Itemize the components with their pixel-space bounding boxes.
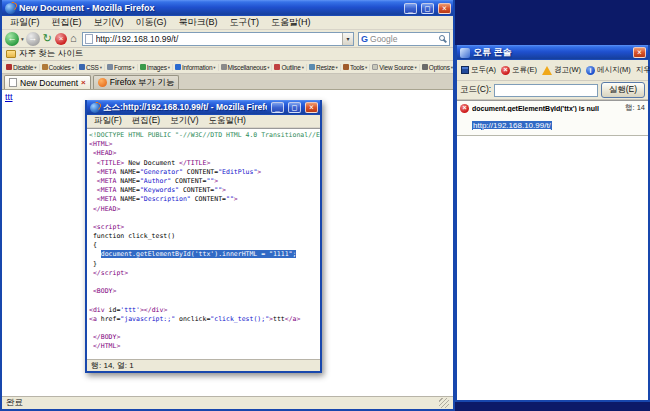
google-icon[interactable]: G (359, 34, 370, 44)
menu-bookmarks[interactable]: 북마크(B) (173, 16, 224, 29)
source-code-line: <script> (89, 223, 320, 232)
error-list: document.getElementById('ttx') is null 행… (457, 100, 648, 400)
maximize-button[interactable]: □ (288, 102, 301, 113)
webdev-label: View Source (379, 64, 413, 71)
webdev-images-menu[interactable]: Images▾ (138, 64, 173, 71)
close-button[interactable]: × (438, 3, 451, 14)
source-code-line (89, 278, 320, 287)
source-code-line: <a href="javascript:;" onclick="click_te… (89, 315, 320, 324)
webdev-view-source-menu[interactable]: View Source▾ (370, 64, 419, 71)
chevron-down-icon: ▾ (72, 65, 74, 70)
webdev-information-menu[interactable]: Information▾ (173, 64, 219, 71)
filter-errors-button[interactable]: 오류(E) (499, 63, 539, 77)
menu-edit[interactable]: 편집(E) (46, 16, 88, 29)
menu-edit[interactable]: 편집(E) (127, 115, 165, 127)
main-menubar: 파일(F) 편집(E) 보기(V) 이동(G) 북마크(B) 도구(T) 도움말… (2, 16, 453, 30)
filter-warnings-label: 경고(W) (554, 65, 581, 75)
maximize-button[interactable]: □ (421, 3, 434, 14)
webdev-outline-menu[interactable]: Outline▾ (272, 64, 306, 71)
forward-button[interactable]: → (26, 32, 40, 46)
search-magnifier-icon[interactable] (439, 35, 445, 41)
source-code-line (89, 296, 320, 305)
error-message: document.getElementById('ttx') is null (472, 105, 622, 112)
source-code-line: <div id='ttt'></div> (89, 306, 320, 315)
webdev-css-menu[interactable]: CSS▾ (77, 64, 105, 71)
webdev-label: Outline (281, 64, 300, 71)
chevron-down-icon: ▾ (100, 65, 102, 70)
source-code[interactable]: <!DOCTYPE HTML PUBLIC "-//W3C//DTD HTML … (87, 128, 320, 359)
bookmark-label: 자주 찾는 사이트 (19, 48, 83, 60)
menu-go[interactable]: 이동(G) (130, 16, 173, 29)
webdev-miscellaneous-menu[interactable]: Miscellaneous▾ (219, 64, 273, 71)
source-code-line: { (89, 241, 320, 250)
filter-warnings-button[interactable]: 경고(W) (540, 63, 583, 77)
chevron-down-icon: ▾ (302, 65, 304, 70)
source-menubar: 파일(F) 편집(E) 보기(V) 도움말(H) (87, 115, 320, 128)
menu-file[interactable]: 파일(F) (89, 115, 127, 127)
tab-new-document[interactable]: New Document × (4, 75, 91, 89)
close-button[interactable]: × (633, 47, 646, 58)
back-dropdown-icon[interactable]: ▾ (21, 36, 24, 42)
webdev-tools-menu[interactable]: Tools▾ (341, 64, 370, 71)
source-titlebar[interactable]: 소스:http://192.168.10.99/t/ - Mozilla Fir… (87, 100, 320, 115)
minimize-button[interactable]: _ (404, 3, 417, 14)
tab-label: New Document (20, 78, 78, 88)
back-button[interactable]: ← (5, 32, 19, 46)
webdev-label: Miscellaneous (228, 64, 267, 71)
console-code-row: 코드(C): 실행(E) (457, 81, 648, 100)
chevron-down-icon: ▾ (213, 65, 215, 70)
error-source-link[interactable]: http://192.168.10.99/t/ (472, 121, 552, 130)
minimize-button[interactable]: _ (271, 102, 284, 113)
webdev-resize-menu[interactable]: Resize▾ (307, 64, 341, 71)
evaluate-button[interactable]: 실행(E) (601, 82, 645, 98)
main-titlebar[interactable]: New Document - Mozilla Firefox _ □ × (2, 0, 453, 16)
source-code-line: </HTML> (89, 342, 320, 351)
chevron-down-icon: ▾ (168, 65, 170, 70)
webdev-label: CSS (86, 64, 99, 71)
url-input[interactable] (96, 33, 342, 45)
code-label: 코드(C): (460, 84, 491, 96)
search-input[interactable] (370, 34, 438, 44)
webdev-options-menu[interactable]: Options▾ (420, 64, 453, 71)
menu-file[interactable]: 파일(F) (4, 16, 46, 29)
source-code-line: </HEAD> (89, 205, 320, 214)
info-icon (586, 66, 595, 75)
source-code-line: <!DOCTYPE HTML PUBLIC "-//W3C//DTD HTML … (89, 131, 320, 140)
filter-messages-button[interactable]: 메시지(M) (584, 63, 633, 77)
clear-button[interactable]: 지우기(C) (634, 63, 650, 77)
home-button[interactable]: ⌂ (69, 33, 78, 44)
menu-view[interactable]: 보기(V) (88, 16, 130, 29)
menu-help[interactable]: 도움말(H) (265, 16, 317, 29)
tab-close-icon[interactable]: × (81, 79, 86, 87)
clear-label: 지우기(C) (636, 65, 650, 75)
status-text: 완료 (6, 397, 23, 409)
source-code-line: </BODY> (89, 333, 320, 342)
webdev-disable-menu[interactable]: Disable▾ (4, 64, 40, 71)
close-button[interactable]: × (305, 102, 318, 113)
tab-firefox-addons[interactable]: Firefox 부가 기능 (93, 75, 180, 89)
reload-button[interactable]: ↻ (42, 33, 53, 44)
menu-tools[interactable]: 도구(T) (224, 16, 266, 29)
menu-view[interactable]: 보기(V) (165, 115, 203, 127)
resize-grip[interactable] (439, 398, 449, 408)
code-input[interactable] (494, 84, 597, 97)
webdev-label: Tools (350, 64, 364, 71)
url-dropdown-button[interactable]: ▾ (342, 33, 353, 45)
error-icon (501, 66, 510, 75)
webdev-forms-menu[interactable]: Forms▾ (105, 64, 138, 71)
navigation-toolbar: ← ▾ → ↻ × ⌂ ▾ G (2, 30, 453, 48)
stop-button[interactable]: × (55, 33, 67, 45)
source-code-line (89, 214, 320, 223)
menu-help[interactable]: 도움말(H) (204, 115, 251, 127)
webdev-label: Information (182, 64, 212, 71)
error-entry[interactable]: document.getElementById('ttx') is null 행… (457, 101, 648, 136)
filter-errors-label: 오류(E) (512, 65, 537, 75)
console-titlebar[interactable]: 오류 콘솔 × (457, 45, 648, 60)
webdev-cookies-menu[interactable]: Cookies▾ (40, 64, 77, 71)
filter-all-button[interactable]: 모두(A) (459, 63, 498, 77)
source-code-line: <BODY> (89, 287, 320, 296)
page-link-ttt[interactable]: ttt (5, 92, 13, 102)
bookmark-folder-item[interactable]: 자주 찾는 사이트 (6, 48, 83, 60)
firefox-logo-icon (5, 3, 16, 14)
disable-icon (6, 64, 12, 70)
